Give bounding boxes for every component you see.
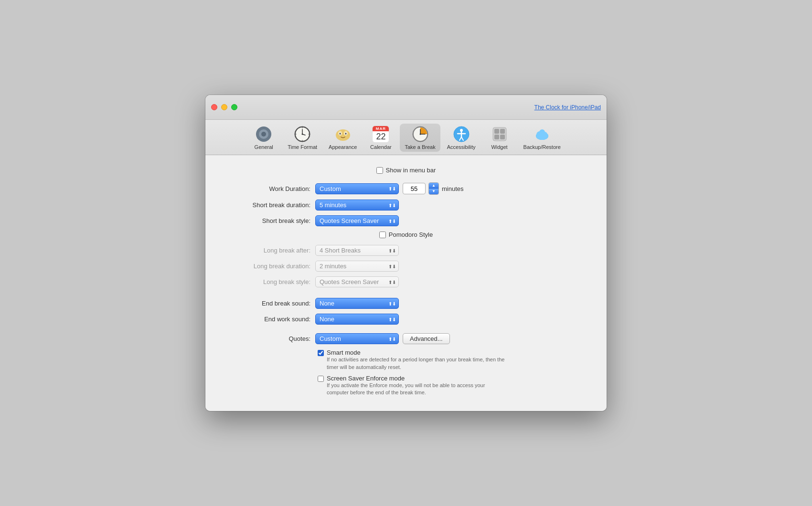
- svg-rect-42: [500, 135, 505, 139]
- calendar-month: MAR: [373, 126, 389, 131]
- show-menu-bar-checkbox[interactable]: [376, 167, 383, 174]
- short-break-style-select-wrapper: Quotes Screen Saver Custom ⬆⬇: [315, 215, 399, 226]
- screen-saver-description: If you activate the Enforce mode, you wi…: [327, 382, 508, 397]
- end-work-sound-row: End work sound: None Chime Bell ⬆⬇: [224, 314, 588, 325]
- short-break-duration-select-wrapper: 5 minutes 10 minutes 15 minutes ⬆⬇: [315, 200, 399, 211]
- smart-mode-text: Smart mode If no activities are detected…: [327, 349, 508, 371]
- svg-rect-3: [263, 126, 265, 129]
- traffic-lights: [211, 104, 237, 110]
- pomodoro-checkbox[interactable]: [379, 232, 386, 238]
- toolbar-label-backup-restore: Backup/Restore: [524, 144, 561, 150]
- svg-point-20: [336, 129, 350, 141]
- toolbar-label-accessibility: Accessibility: [447, 144, 476, 150]
- svg-rect-39: [494, 129, 499, 134]
- quotes-row: Quotes: Custom Default ⬆⬇ Advanced...: [224, 333, 588, 344]
- work-duration-stepper: ▲ ▼: [428, 182, 439, 195]
- toolbar-item-general[interactable]: General: [246, 124, 281, 152]
- advanced-button[interactable]: Advanced...: [403, 333, 450, 344]
- smart-mode-row: Smart mode If no activities are detected…: [318, 349, 588, 371]
- end-break-sound-select-wrapper: None Chime Bell ⬆⬇: [315, 298, 399, 309]
- short-break-duration-select[interactable]: 5 minutes 10 minutes 15 minutes: [315, 200, 399, 211]
- work-duration-row: Work Duration: Custom 25 minutes 30 minu…: [224, 182, 588, 195]
- quotes-select[interactable]: Custom Default: [315, 333, 399, 344]
- toolbar-label-appearance: Appearance: [329, 144, 357, 150]
- toolbar: General Time Format: [205, 120, 607, 155]
- svg-rect-5: [256, 134, 258, 135]
- long-break-after-row: Long break after: 4 Short Breaks 2 Short…: [224, 245, 588, 256]
- show-menu-bar-row: Show in menu bar: [224, 167, 588, 174]
- screen-saver-title: Screen Saver Enforce mode: [327, 375, 508, 382]
- toolbar-item-appearance[interactable]: Appearance: [324, 124, 362, 152]
- smart-mode-checkbox[interactable]: [318, 350, 324, 356]
- svg-point-2: [261, 132, 266, 137]
- toolbar-label-take-a-break: Take a Break: [405, 144, 435, 150]
- long-break-duration-select[interactable]: 2 minutes 5 minutes 10 minutes: [315, 261, 399, 272]
- pomodoro-row: Pomodoro Style: [224, 231, 588, 238]
- short-break-duration-row: Short break duration: 5 minutes 10 minut…: [224, 200, 588, 211]
- screen-saver-checkbox[interactable]: [318, 376, 324, 382]
- smart-mode-title: Smart mode: [327, 349, 508, 356]
- long-break-duration-select-wrapper: 2 minutes 5 minutes 10 minutes ⬆⬇: [315, 261, 399, 272]
- end-work-sound-label: End work sound:: [224, 316, 310, 323]
- toolbar-label-calendar: Calendar: [370, 144, 392, 150]
- short-break-style-row: Short break style: Quotes Screen Saver C…: [224, 215, 588, 226]
- main-window: The Clock for iPhone/iPad: [205, 95, 607, 411]
- svg-rect-40: [500, 129, 505, 134]
- end-break-sound-row: End break sound: None Chime Bell ⬆⬇: [224, 298, 588, 309]
- short-break-style-select[interactable]: Quotes Screen Saver Custom: [315, 215, 399, 226]
- stepper-down-button[interactable]: ▼: [429, 189, 438, 194]
- mask-icon: [334, 126, 352, 143]
- toolbar-item-backup-restore[interactable]: Backup/Restore: [519, 124, 566, 152]
- pomodoro-label: Pomodoro Style: [389, 231, 433, 238]
- end-break-sound-select[interactable]: None Chime Bell: [315, 298, 399, 309]
- quotes-label: Quotes:: [224, 335, 310, 342]
- screen-saver-row: Screen Saver Enforce mode If you activat…: [318, 375, 588, 397]
- long-break-after-select-wrapper: 4 Short Breaks 2 Short Breaks 3 Short Br…: [315, 245, 399, 256]
- toolbar-label-widget: Widget: [491, 144, 507, 150]
- accessibility-icon: [453, 126, 470, 143]
- long-break-style-row: Long break style: Quotes Screen Saver Cu…: [224, 276, 588, 287]
- svg-point-26: [345, 133, 346, 135]
- short-break-style-label: Short break style:: [224, 217, 310, 224]
- titlebar: The Clock for iPhone/iPad: [205, 95, 607, 120]
- break-icon: [412, 126, 429, 143]
- minimize-button[interactable]: [221, 104, 227, 110]
- long-break-after-select[interactable]: 4 Short Breaks 2 Short Breaks 3 Short Br…: [315, 245, 399, 256]
- work-duration-select[interactable]: Custom 25 minutes 30 minutes 45 minutes …: [315, 183, 399, 194]
- svg-rect-6: [269, 134, 271, 135]
- iphone-link[interactable]: The Clock for iPhone/iPad: [534, 104, 601, 111]
- quotes-select-wrapper: Custom Default ⬆⬇: [315, 333, 399, 344]
- toolbar-item-calendar[interactable]: MAR 22 Calendar: [363, 124, 398, 152]
- toolbar-label-general: General: [255, 144, 273, 150]
- end-work-sound-select[interactable]: None Chime Bell: [315, 314, 399, 325]
- long-break-duration-label: Long break duration:: [224, 263, 310, 270]
- widget-icon: [491, 126, 508, 143]
- toolbar-item-accessibility[interactable]: Accessibility: [442, 124, 481, 152]
- toolbar-item-take-a-break[interactable]: Take a Break: [400, 124, 440, 152]
- toolbar-item-time-format[interactable]: Time Format: [283, 124, 322, 152]
- toolbar-item-widget[interactable]: Widget: [482, 124, 517, 152]
- work-duration-input[interactable]: 55: [403, 183, 426, 194]
- end-work-sound-select-wrapper: None Chime Bell ⬆⬇: [315, 314, 399, 325]
- maximize-button[interactable]: [231, 104, 237, 110]
- long-break-after-label: Long break after:: [224, 247, 310, 254]
- show-menu-bar-label: Show in menu bar: [386, 167, 436, 174]
- short-break-duration-label: Short break duration:: [224, 201, 310, 209]
- calendar-date: 22: [373, 131, 389, 142]
- smart-mode-description: If no activities are detected for a peri…: [327, 356, 508, 371]
- minutes-label: minutes: [442, 185, 464, 192]
- long-break-style-select-wrapper: Quotes Screen Saver Custom ⬆⬇: [315, 276, 399, 287]
- svg-point-50: [539, 129, 545, 135]
- cloud-icon: [534, 126, 551, 143]
- work-duration-label: Work Duration:: [224, 185, 310, 192]
- svg-point-25: [339, 133, 341, 135]
- gear-icon: [255, 126, 272, 143]
- calendar-icon: MAR 22: [372, 126, 389, 143]
- stepper-up-button[interactable]: ▲: [429, 183, 438, 189]
- svg-rect-41: [494, 135, 499, 139]
- long-break-style-select[interactable]: Quotes Screen Saver Custom: [315, 276, 399, 287]
- screen-saver-text: Screen Saver Enforce mode If you activat…: [327, 375, 508, 397]
- close-button[interactable]: [211, 104, 217, 110]
- content-area: Show in menu bar Work Duration: Custom 2…: [205, 155, 607, 411]
- long-break-style-label: Long break style:: [224, 278, 310, 285]
